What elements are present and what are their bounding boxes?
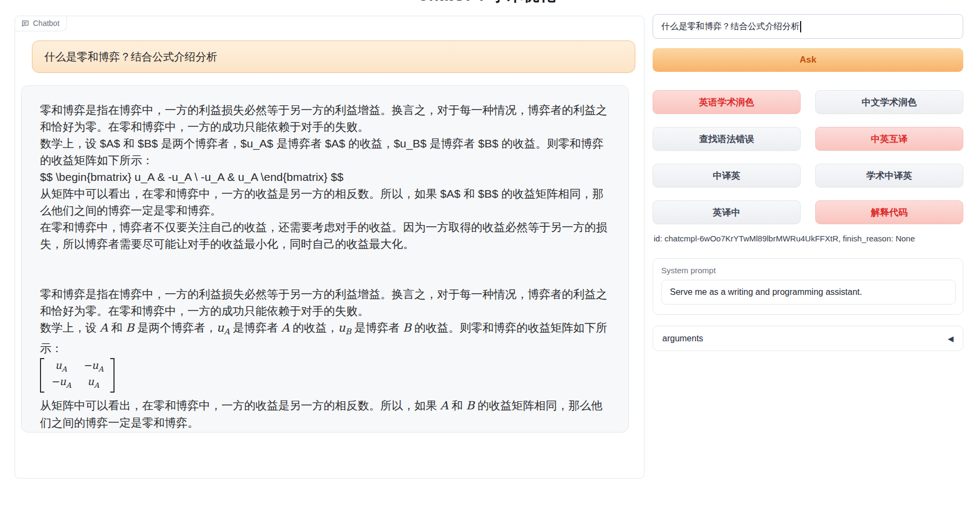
action-explain-code-button[interactable]: 解释代码 bbox=[815, 200, 963, 224]
action-zh-to-en-button[interactable]: 中译英 bbox=[653, 164, 801, 187]
bot-message-text: 零和博弈是指在博弈中，一方的利益损失必然等于另一方的利益增益。换言之，对于每一种… bbox=[40, 102, 612, 433]
accordion-collapsed-arrow-icon: ◀ bbox=[948, 335, 954, 342]
inline-math: uA bbox=[88, 375, 99, 387]
inline-math: uB bbox=[338, 321, 351, 334]
bot-paragraph: 在零和博弈中，博弈者不仅要关注自己的收益，还需要考虑对手的收益。因为一方取得的收… bbox=[40, 431, 612, 433]
chatbot-label-text: Chatbot bbox=[33, 19, 59, 28]
action-en-to-zh-button[interactable]: 英译中 bbox=[653, 200, 801, 224]
inline-math: uA bbox=[92, 359, 104, 371]
page: ChatGPT 学术优化 Chatbot 什么是零和博弈？结合公式介绍分析 零和… bbox=[0, 0, 980, 519]
chat-bubble-icon bbox=[21, 19, 29, 28]
bot-paragraph: 数学上，设 A 和 B 是两个博弈者，uA 是博弈者 A 的收益，uB 是博弈者… bbox=[40, 319, 612, 356]
rendered-matrix: uA−uA−uAuA bbox=[40, 356, 612, 397]
matrix-cell: uA bbox=[88, 375, 99, 392]
matrix-cell: −uA bbox=[83, 359, 104, 375]
system-prompt-input[interactable]: Serve me as a writing and programming as… bbox=[661, 280, 956, 305]
system-prompt-card: System prompt Serve me as a writing and … bbox=[653, 258, 963, 315]
arguments-accordion-label: arguments bbox=[662, 334, 703, 343]
action-zh-en-mutual-translate-button[interactable]: 中英互译 bbox=[815, 127, 963, 151]
system-prompt-value: Serve me as a writing and programming as… bbox=[670, 287, 862, 297]
arguments-accordion[interactable]: arguments ◀ bbox=[653, 326, 963, 351]
chatbot-label: Chatbot bbox=[15, 16, 67, 31]
action-button-grid: 英语学术润色中文学术润色查找语法错误中英互译中译英学术中译英英译中解释代码 bbox=[653, 90, 963, 224]
inline-math: uA bbox=[55, 359, 67, 371]
question-input[interactable]: 什么是零和博弈？结合公式介绍分析 bbox=[653, 14, 963, 39]
user-message-text: 什么是零和博弈？结合公式介绍分析 bbox=[44, 50, 217, 64]
matrix-cell: −uA bbox=[51, 375, 71, 392]
bot-paragraph: 数学上，设 $A$ 和 $B$ 是两个博弈者，$u_A$ 是博弈者 $A$ 的收… bbox=[40, 135, 612, 168]
inline-math: B bbox=[466, 399, 474, 412]
bot-paragraph: 在零和博弈中，博弈者不仅要关注自己的收益，还需要考虑对手的收益。因为一方取得的收… bbox=[40, 219, 612, 252]
ask-button[interactable]: Ask bbox=[653, 48, 963, 72]
bot-paragraph: 从矩阵中可以看出，在零和博弈中，一方的收益是另一方的相反数。所以，如果 A 和 … bbox=[40, 397, 612, 431]
bot-message-bubble: 零和博弈是指在博弈中，一方的利益损失必然等于另一方的利益增益。换言之，对于每一种… bbox=[21, 85, 629, 433]
page-title: ChatGPT 学术优化 bbox=[417, 0, 556, 6]
inline-math: B bbox=[403, 321, 411, 334]
chatbot-panel[interactable]: Chatbot 什么是零和博弈？结合公式介绍分析 零和博弈是指在博弈中，一方的利… bbox=[15, 16, 645, 478]
inline-math: uA bbox=[59, 375, 71, 387]
system-prompt-label: System prompt bbox=[661, 266, 955, 275]
bot-paragraph: 零和博弈是指在博弈中，一方的利益损失必然等于另一方的利益增益。换言之，对于每一种… bbox=[40, 286, 612, 319]
paragraph-spacer bbox=[40, 252, 612, 286]
response-status-line: id: chatcmpl-6wOo7KrYTwMl89lbrMWRu4UkFFX… bbox=[654, 234, 915, 243]
action-chinese-academic-polish-button[interactable]: 中文学术润色 bbox=[815, 90, 963, 114]
inline-math: uA bbox=[217, 321, 230, 334]
inline-math: A bbox=[440, 399, 448, 412]
bot-paragraph: 零和博弈是指在博弈中，一方的利益损失必然等于另一方的利益增益。换言之，对于每一种… bbox=[40, 102, 612, 135]
action-find-grammar-errors-button[interactable]: 查找语法错误 bbox=[653, 127, 801, 151]
action-english-academic-polish-button[interactable]: 英语学术润色 bbox=[653, 90, 801, 114]
matrix-cell: uA bbox=[55, 359, 67, 375]
user-message-bubble: 什么是零和博弈？结合公式介绍分析 bbox=[32, 41, 635, 73]
bot-paragraph: 从矩阵中可以看出，在零和博弈中，一方的收益是另一方的相反数。所以，如果 $A$ … bbox=[40, 185, 612, 219]
inline-math: A bbox=[281, 321, 290, 334]
inline-math: A bbox=[100, 321, 108, 334]
text-caret bbox=[800, 21, 801, 32]
question-input-value: 什么是零和博弈？结合公式介绍分析 bbox=[661, 21, 800, 32]
action-academic-zh-to-en-button[interactable]: 学术中译英 bbox=[815, 164, 963, 187]
inline-math: B bbox=[126, 321, 134, 334]
bot-paragraph: $$ \begin{bmatrix} u_A & -u_A \ -u_A & u… bbox=[40, 168, 612, 185]
